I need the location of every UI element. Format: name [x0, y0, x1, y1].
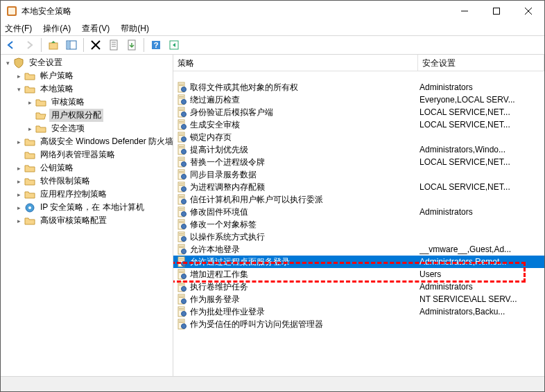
policy-row[interactable]: 提高计划优先级Administrators,Windo...	[173, 143, 544, 156]
policy-row[interactable]: 身份验证后模拟客户端LOCAL SERVICE,NET...	[173, 106, 544, 118]
tree-node[interactable]: ▾本地策略	[1, 82, 173, 96]
forward-button[interactable]	[21, 37, 37, 53]
shield-icon	[13, 57, 24, 69]
expand-icon[interactable]: ▸	[15, 190, 23, 199]
svg-point-33	[182, 112, 187, 117]
close-button[interactable]	[512, 1, 544, 21]
menu-file[interactable]: 文件(F)	[5, 23, 32, 35]
expand-icon[interactable]: ▸	[15, 138, 23, 146]
policy-setting: Users	[419, 269, 544, 279]
tree-node[interactable]: 网络列表管理器策略	[1, 148, 173, 161]
svg-point-93	[182, 299, 187, 304]
policy-icon	[176, 94, 187, 105]
policy-name: 锁定内存页	[190, 132, 419, 143]
tree-node[interactable]: ▸应用程序控制策略	[1, 188, 173, 201]
policy-row[interactable]: 绕过遍历检查Everyone,LOCAL SERV...	[173, 93, 544, 106]
svg-rect-51	[179, 171, 184, 172]
expand-icon[interactable]: ▸	[26, 98, 34, 107]
show-hide-tree-button[interactable]	[64, 37, 79, 53]
policy-row[interactable]: 修改固件环境值Administrators	[173, 206, 544, 218]
policy-icon	[176, 244, 187, 255]
policy-row[interactable]: 取得文件或其他对象的所有权Administrators	[173, 81, 544, 93]
expand-icon[interactable]: ▸	[15, 164, 23, 172]
expand-icon[interactable]: ▾	[3, 59, 12, 67]
expand-icon[interactable]: ▸	[15, 204, 23, 212]
svg-rect-28	[179, 98, 184, 98]
tree-node[interactable]: 用户权限分配	[1, 109, 173, 122]
folder-open-icon	[35, 110, 46, 121]
policy-row[interactable]: 作为受信任的呼叫方访问凭据管理器	[173, 318, 544, 330]
svg-rect-64	[179, 210, 184, 211]
svg-rect-56	[179, 185, 184, 186]
svg-rect-75	[179, 246, 184, 247]
expand-icon[interactable]: ▸	[15, 177, 23, 186]
svg-point-49	[182, 162, 187, 167]
policy-row[interactable]: 允许通过远程桌面服务登录Administrators,Remot...	[173, 256, 544, 268]
svg-rect-6	[49, 43, 58, 49]
folder-icon	[35, 123, 46, 134]
policy-row[interactable]: 允许本地登录__vmware__,Guest,Ad...	[173, 243, 544, 256]
expand-icon[interactable]: ▾	[15, 85, 23, 93]
menu-view[interactable]: 查看(V)	[82, 23, 110, 35]
tree-pane[interactable]: ▾安全设置▸帐户策略▾本地策略▸审核策略用户权限分配▸安全选项▸高级安全 Win…	[1, 55, 173, 376]
policy-row[interactable]: 信任计算机和用户帐户可以执行委派	[173, 193, 544, 206]
policy-name: 允许通过远程桌面服务登录	[190, 256, 419, 268]
up-button[interactable]	[46, 37, 61, 53]
policy-name: 增加进程工作集	[190, 269, 419, 280]
tree-label: 应用程序控制策略	[38, 188, 109, 201]
tree-node[interactable]: ▸公钥策略	[1, 161, 173, 175]
tree-label: IP 安全策略，在 本地计算机	[38, 201, 146, 214]
column-setting[interactable]: 安全设置	[418, 55, 544, 71]
expand-icon[interactable]	[15, 151, 23, 159]
policy-row[interactable]: 锁定内存页	[173, 131, 544, 143]
tree-node[interactable]: ▾安全设置	[1, 56, 173, 69]
policy-setting: __vmware__,Guest,Ad...	[419, 244, 544, 254]
minimize-button[interactable]	[449, 1, 481, 21]
back-button[interactable]	[3, 37, 19, 53]
tree-label: 网络列表管理器策略	[38, 148, 117, 161]
svg-rect-79	[179, 258, 184, 259]
folder-icon	[24, 136, 35, 148]
svg-rect-43	[179, 146, 184, 147]
svg-rect-60	[179, 197, 184, 198]
policy-icon	[176, 256, 187, 267]
policy-icon	[176, 82, 187, 93]
policy-row[interactable]: 执行卷维护任务Administrators	[173, 280, 544, 293]
expand-icon[interactable]	[26, 112, 34, 120]
tree-node[interactable]: ▸安全选项	[1, 122, 173, 135]
delete-button[interactable]	[88, 37, 103, 53]
refresh-button[interactable]	[166, 37, 182, 53]
tree-node[interactable]: ▸高级审核策略配置	[1, 214, 173, 227]
column-policy[interactable]: 策略	[173, 55, 418, 71]
properties-button[interactable]	[106, 37, 121, 53]
policy-row[interactable]: 增加进程工作集Users	[173, 268, 544, 280]
tree-node[interactable]: ▸软件限制策略	[1, 175, 173, 188]
policy-row[interactable]: 修改一个对象标签	[173, 218, 544, 231]
tree-node[interactable]: ▸IP 安全策略，在 本地计算机	[1, 201, 173, 214]
svg-point-101	[182, 324, 187, 329]
policy-icon	[176, 132, 187, 143]
maximize-button[interactable]	[481, 1, 512, 21]
export-button[interactable]	[124, 37, 139, 53]
menu-help[interactable]: 帮助(H)	[121, 23, 149, 35]
policy-row[interactable]: 生成安全审核LOCAL SERVICE,NET...	[173, 118, 544, 131]
policy-row[interactable]: 作为服务登录NT SERVICE\ALL SERV...	[173, 293, 544, 305]
policy-row[interactable]: 为进程调整内存配额LOCAL SERVICE,NET...	[173, 181, 544, 193]
expand-icon[interactable]: ▸	[26, 125, 34, 133]
policy-row[interactable]: 以操作系统方式执行	[173, 231, 544, 243]
svg-rect-23	[179, 84, 184, 84]
list-header: 策略 安全设置	[173, 55, 544, 71]
tree-node[interactable]: ▸帐户策略	[1, 69, 173, 82]
tree-node[interactable]: ▸审核策略	[1, 96, 173, 109]
expand-icon[interactable]: ▸	[15, 217, 23, 225]
help-button[interactable]: ?	[148, 37, 164, 53]
policy-setting: Administrators,Backu...	[419, 307, 544, 317]
svg-rect-9	[67, 42, 69, 48]
list-body[interactable]: 取得文件或其他对象的所有权Administrators绕过遍历检查Everyon…	[173, 71, 544, 376]
tree-node[interactable]: ▸高级安全 Windows Defender 防火墙	[1, 135, 173, 148]
policy-row[interactable]: 同步目录服务数据	[173, 168, 544, 181]
policy-row[interactable]: 作为批处理作业登录Administrators,Backu...	[173, 305, 544, 318]
menu-action[interactable]: 操作(A)	[43, 23, 71, 35]
expand-icon[interactable]: ▸	[15, 72, 23, 80]
policy-row[interactable]: 替换一个进程级令牌LOCAL SERVICE,NET...	[173, 156, 544, 168]
